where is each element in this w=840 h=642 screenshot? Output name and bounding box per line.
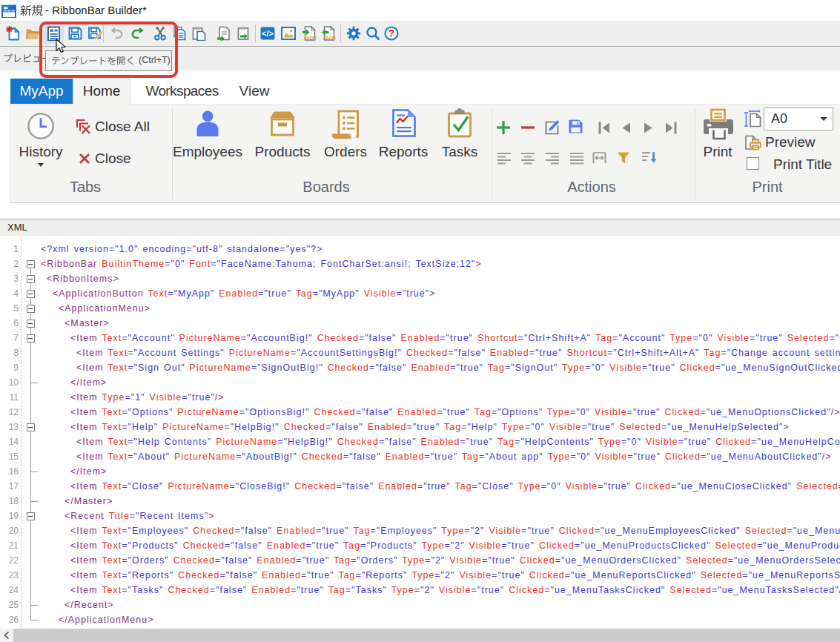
svg-text:JSON: JSON bbox=[323, 35, 336, 40]
svg-text:?: ? bbox=[388, 28, 394, 39]
svg-text:</>: </> bbox=[262, 29, 274, 38]
svg-text:JSON: JSON bbox=[304, 35, 317, 40]
